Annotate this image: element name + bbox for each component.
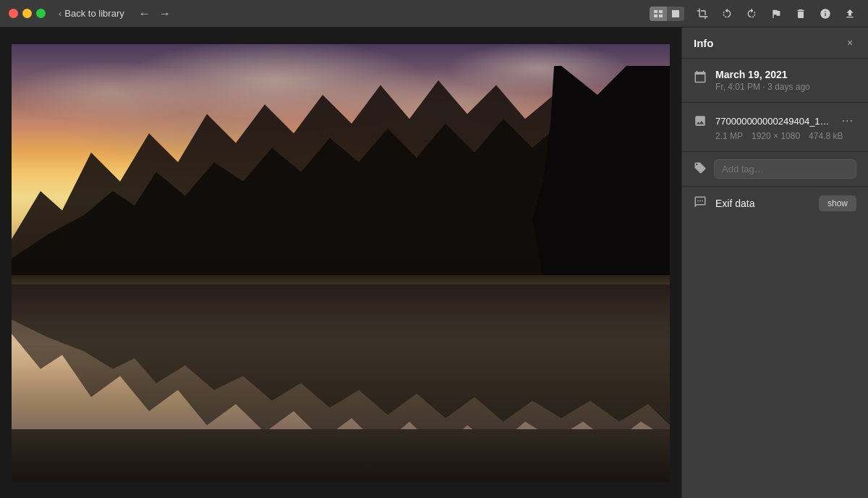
tag-icon — [694, 161, 707, 177]
date-row: March 19, 2021 Fr, 4:01 PM · 3 days ago — [694, 69, 856, 92]
photo-meta: 2.1 MP 1920 × 1080 474.8 kB — [715, 131, 856, 141]
next-button[interactable]: → — [156, 6, 174, 22]
svg-rect-1 — [659, 10, 663, 13]
main-area: Info × March 19, 2021 Fr, 4:01 PM · 3 da… — [0, 28, 868, 498]
view-toggle — [650, 7, 684, 21]
filename-name-row: 770000000000249404_1… ··· — [715, 113, 856, 129]
info-header: Info × — [682, 28, 868, 59]
trash-button[interactable] — [791, 5, 810, 22]
photo-filename: 770000000000249404_1… — [715, 116, 830, 127]
photo-megapixels: 2.1 MP — [715, 131, 743, 141]
share-button[interactable] — [841, 5, 859, 22]
minimize-button[interactable] — [22, 9, 32, 18]
flag-button[interactable] — [767, 5, 786, 22]
info-panel-title: Info — [694, 37, 714, 49]
filename-section: 770000000000249404_1… ··· 2.1 MP 1920 × … — [682, 103, 868, 152]
exif-label: Exif data — [715, 198, 754, 209]
photo-canvas — [0, 28, 681, 498]
more-options-button[interactable]: ··· — [839, 113, 856, 129]
info-button[interactable] — [816, 5, 835, 22]
svg-rect-3 — [659, 14, 663, 17]
exif-show-button[interactable]: show — [819, 195, 856, 211]
tag-input[interactable] — [714, 159, 856, 179]
mountains-svg — [12, 66, 670, 307]
toolbar-icons — [693, 5, 859, 22]
date-content: March 19, 2021 Fr, 4:01 PM · 3 days ago — [715, 69, 856, 92]
back-label: Back to library — [64, 8, 124, 19]
calendar-icon — [694, 70, 707, 83]
filename-content: 770000000000249404_1… ··· 2.1 MP 1920 × … — [715, 113, 856, 141]
view-toggle-grid[interactable] — [650, 7, 667, 21]
exif-icon — [694, 195, 707, 211]
traffic-lights — [9, 9, 46, 18]
exif-section: Exif data show — [682, 187, 868, 220]
rotate-right-button[interactable] — [742, 5, 761, 22]
nav-arrows: ← → — [136, 6, 174, 22]
prev-button[interactable]: ← — [136, 6, 153, 22]
photo-viewer — [0, 28, 681, 498]
svg-rect-4 — [672, 10, 679, 17]
close-button[interactable] — [9, 9, 18, 18]
back-to-library-button[interactable]: ‹ Back to library — [59, 8, 124, 19]
photo-resolution: 1920 × 1080 — [752, 131, 800, 141]
date-section: March 19, 2021 Fr, 4:01 PM · 3 days ago — [682, 59, 868, 103]
tag-row — [694, 159, 856, 179]
photo-image — [12, 44, 670, 482]
foreground — [12, 429, 670, 482]
photo-filesize: 474.8 kB — [809, 131, 843, 141]
svg-marker-7 — [532, 66, 670, 307]
svg-rect-2 — [654, 14, 658, 17]
info-panel: Info × March 19, 2021 Fr, 4:01 PM · 3 da… — [681, 28, 868, 498]
photo-datetime: Fr, 4:01 PM · 3 days ago — [715, 82, 856, 92]
tag-section — [682, 152, 868, 187]
image-icon — [694, 114, 707, 127]
svg-rect-0 — [654, 10, 658, 13]
title-bar: ‹ Back to library ← → — [0, 0, 868, 28]
crop-button[interactable] — [693, 5, 712, 22]
exif-left: Exif data — [694, 195, 754, 211]
maximize-button[interactable] — [36, 9, 46, 18]
view-toggle-single[interactable] — [667, 7, 684, 21]
info-close-button[interactable]: × — [843, 36, 856, 49]
exif-row: Exif data show — [694, 195, 856, 211]
photo-date: March 19, 2021 — [715, 69, 856, 80]
chevron-left-icon: ‹ — [59, 8, 61, 19]
rotate-left-button[interactable] — [718, 5, 736, 22]
filename-row: 770000000000249404_1… ··· 2.1 MP 1920 × … — [694, 113, 856, 141]
